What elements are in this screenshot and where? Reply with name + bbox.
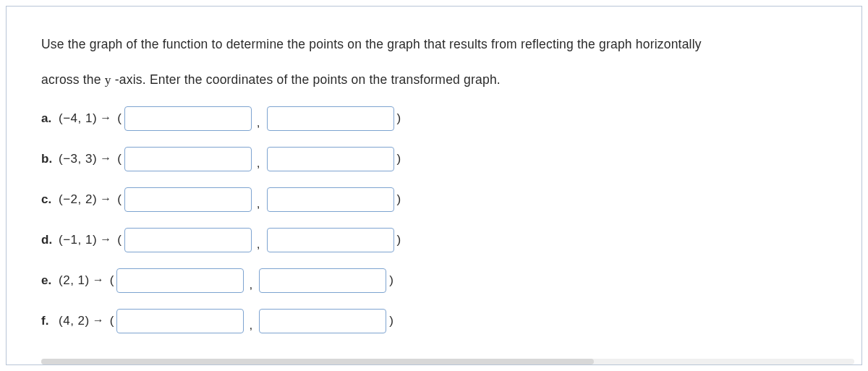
close-paren: ) [397,152,401,166]
open-paren: ( [117,233,122,247]
close-paren: ) [397,233,401,247]
items-list: a. (−4, 1) → ( , ) b. (−3, 3) → ( , ) c. [41,106,827,333]
input-d-x[interactable] [124,228,252,252]
arrow-icon: → [100,111,111,124]
instructions-line2-pre: across the [41,72,105,87]
open-paren: ( [110,314,114,328]
input-a-x[interactable] [124,106,252,131]
comma-sep: , [257,197,260,211]
close-paren: ) [397,192,401,207]
input-b-x[interactable] [124,147,252,171]
item-d: d. (−1, 1) → ( , ) [41,228,827,252]
arrow-icon: → [100,152,111,165]
arrow-icon: → [93,314,104,327]
comma-sep: , [257,237,260,252]
item-a: a. (−4, 1) → ( , ) [41,106,827,131]
item-e: e. (2, 1) → ( , ) [41,268,827,293]
input-d-y[interactable] [267,228,394,252]
comma-sep: , [257,156,260,171]
source-point: (−3, 3) [59,152,97,166]
comma-sep: , [249,318,252,333]
scrollbar-thumb[interactable] [41,359,594,364]
instructions-line1: Use the graph of the function to determi… [41,37,702,51]
source-point: (−1, 1) [59,233,97,247]
item-label: f. [41,314,54,328]
y-variable: y [105,72,111,87]
comma-sep: , [249,278,252,292]
item-c: c. (−2, 2) → ( , ) [41,187,827,212]
open-paren: ( [110,273,114,288]
item-label: c. [41,192,54,207]
source-point: (2, 1) [59,273,90,288]
close-paren: ) [389,273,393,288]
open-paren: ( [117,111,122,126]
instructions-text: Use the graph of the function to determi… [41,27,827,98]
item-label: b. [41,152,54,166]
input-f-x[interactable] [116,309,244,333]
input-c-y[interactable] [267,187,394,212]
item-label: e. [41,273,54,288]
source-point: (−4, 1) [59,111,97,126]
item-f: f. (4, 2) → ( , ) [41,309,827,333]
input-c-x[interactable] [124,187,252,212]
source-point: (4, 2) [59,314,90,328]
item-label: d. [41,233,54,247]
input-a-y[interactable] [267,106,394,131]
arrow-icon: → [93,273,104,286]
input-e-x[interactable] [116,268,244,293]
arrow-icon: → [100,192,111,205]
arrow-icon: → [100,233,111,246]
input-f-y[interactable] [259,309,386,333]
comma-sep: , [257,116,260,130]
item-label: a. [41,111,54,126]
item-b: b. (−3, 3) → ( , ) [41,147,827,171]
close-paren: ) [389,314,393,328]
input-e-y[interactable] [259,268,386,293]
open-paren: ( [117,152,122,166]
input-b-y[interactable] [267,147,394,171]
instructions-line2-post: -axis. Enter the coordinates of the poin… [111,72,501,87]
source-point: (−2, 2) [59,192,97,207]
close-paren: ) [397,111,401,126]
question-card: Use the graph of the function to determi… [6,6,862,365]
horizontal-scrollbar[interactable] [41,359,854,364]
open-paren: ( [117,192,122,207]
